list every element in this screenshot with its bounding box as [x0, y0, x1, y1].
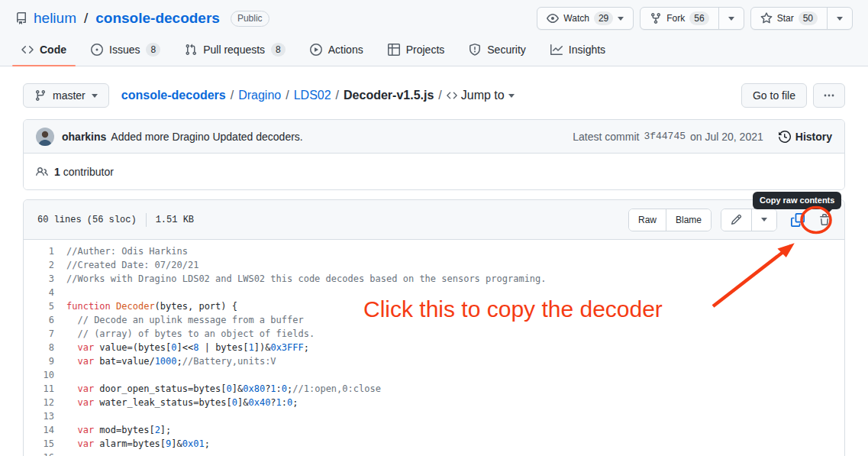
history-label: History	[795, 131, 832, 143]
more-options-button[interactable]	[813, 83, 845, 108]
line-number[interactable]: 8	[24, 341, 66, 354]
line-number[interactable]: 7	[24, 327, 66, 341]
fork-button[interactable]: Fork 56	[641, 8, 718, 29]
file-nav-actions: Go to file	[741, 83, 845, 108]
line-number[interactable]: 11	[24, 382, 66, 396]
star-button[interactable]: Star 50	[751, 8, 827, 29]
chevron-down-icon	[508, 94, 515, 98]
line-number[interactable]: 4	[24, 286, 66, 299]
line-number[interactable]: 14	[24, 423, 66, 437]
code-text: var water_leak_status=bytes[0]&0x40?1:0;	[66, 396, 298, 409]
code-text: var mod=bytes[2];	[66, 423, 171, 437]
code-text: var alarm=bytes[9]&0x01;	[66, 437, 210, 451]
line-number[interactable]: 1	[24, 244, 66, 258]
pull-requests-count: 8	[271, 43, 286, 57]
history-button[interactable]: History	[779, 131, 832, 143]
repo-owner-link[interactable]: helium	[34, 10, 76, 27]
repo-title-slash: /	[84, 10, 88, 27]
watch-button[interactable]: Watch 29	[537, 8, 633, 29]
code-line: 16	[24, 451, 844, 456]
tab-issues[interactable]: Issues 8	[79, 35, 173, 66]
tab-issues-label: Issues	[109, 44, 140, 56]
code-icon	[21, 44, 34, 56]
code-line: 12 var water_leak_status=bytes[0]&0x40?1…	[24, 396, 844, 409]
edit-dropdown-button[interactable]	[751, 209, 776, 231]
tab-actions[interactable]: Actions	[298, 35, 376, 66]
star-icon	[760, 12, 773, 24]
breadcrumb-repo-link[interactable]: console-decoders	[121, 89, 226, 102]
tab-security-label: Security	[487, 44, 526, 56]
code-line: 9 var bat=value/1000;//Battery,units:V	[24, 354, 844, 368]
delete-file-button[interactable]	[818, 214, 831, 226]
line-number[interactable]: 3	[24, 272, 66, 286]
tab-code[interactable]: Code	[9, 35, 79, 66]
tab-security[interactable]: Security	[457, 35, 538, 66]
git-pull-request-icon	[185, 44, 197, 56]
commit-sha-link[interactable]: 3f44745	[644, 131, 686, 142]
people-icon	[36, 166, 48, 178]
jump-to-button[interactable]: Jump to	[447, 89, 515, 102]
breadcrumb-current-file: Decoder-v1.5.js	[344, 89, 434, 102]
line-number[interactable]: 9	[24, 354, 66, 368]
repo-title: helium / console-decoders Public	[15, 10, 269, 27]
eye-icon	[547, 12, 559, 24]
code-line: 1//Auther: Odis Harkins	[24, 244, 844, 258]
file-header: 60 lines (56 sloc) 1.51 KB Raw Blame	[24, 200, 844, 240]
fork-icon	[650, 12, 662, 24]
code-line: 14 var mod=bytes[2];	[24, 423, 844, 437]
code-text: var bat=value/1000;//Battery,units:V	[66, 354, 276, 368]
line-number[interactable]: 15	[24, 437, 66, 451]
commit-message-link[interactable]: Added more Dragino Updated decoders.	[111, 131, 302, 143]
contributors-text: 1 contributor	[54, 166, 114, 178]
chevron-down-icon	[761, 218, 767, 222]
line-number[interactable]: 5	[24, 299, 66, 313]
commit-author-link[interactable]: oharkins	[62, 131, 106, 143]
chevron-down-icon	[728, 17, 734, 21]
git-branch-icon	[34, 89, 47, 102]
go-to-file-button[interactable]: Go to file	[741, 83, 807, 108]
star-count: 50	[799, 11, 818, 25]
issues-count: 8	[146, 43, 160, 57]
line-number[interactable]: 16	[24, 451, 66, 456]
star-button-group: Star 50	[750, 7, 853, 30]
commit-row: oharkins Added more Dragino Updated deco…	[24, 120, 844, 154]
shield-icon	[469, 44, 481, 56]
raw-blame-group: Raw Blame	[628, 209, 712, 231]
chevron-down-icon	[92, 94, 98, 98]
line-number[interactable]: 6	[24, 313, 66, 327]
file-actions: Raw Blame	[628, 209, 835, 231]
repo-icon	[15, 12, 27, 24]
branch-selector-button[interactable]: master	[23, 83, 109, 108]
line-number[interactable]: 13	[24, 409, 66, 423]
repo-header: helium / console-decoders Public Watch 2…	[0, 0, 868, 66]
code-line: 7 // (array) of bytes to an object of fi…	[24, 327, 844, 341]
tab-pull-requests[interactable]: Pull requests 8	[173, 35, 298, 66]
watch-button-group: Watch 29	[537, 7, 634, 30]
line-number[interactable]: 2	[24, 258, 66, 272]
contributors-count: 1	[54, 166, 60, 178]
copy-raw-contents-button[interactable]	[791, 213, 805, 227]
code-line: 3//Works with Dragino LDS02 and LWS02 th…	[24, 272, 844, 286]
contributors-row[interactable]: 1 contributor	[24, 154, 844, 189]
raw-button[interactable]: Raw	[629, 209, 666, 231]
repo-name-link[interactable]: console-decoders	[95, 10, 220, 27]
tab-projects[interactable]: Projects	[376, 35, 457, 66]
avatar[interactable]	[36, 128, 54, 146]
tab-actions-label: Actions	[328, 44, 363, 56]
code-line: 15 var alarm=bytes[9]&0x01;	[24, 437, 844, 451]
line-number[interactable]: 10	[24, 368, 66, 382]
star-dropdown-button[interactable]	[827, 8, 852, 29]
line-number[interactable]: 12	[24, 396, 66, 409]
branch-name: master	[53, 89, 86, 102]
breadcrumb-folder-link[interactable]: LDS02	[294, 89, 331, 102]
visibility-badge: Public	[231, 11, 269, 27]
fork-dropdown-button[interactable]	[718, 8, 744, 29]
kebab-horizontal-icon	[823, 89, 835, 102]
tab-insights[interactable]: Insights	[538, 35, 618, 66]
code-line: 11 var door_open_status=bytes[0]&0x80?1:…	[24, 382, 844, 396]
github-file-page: helium / console-decoders Public Watch 2…	[0, 0, 868, 456]
fork-count: 56	[689, 11, 708, 25]
edit-file-button[interactable]	[721, 209, 751, 231]
breadcrumb-folder-link[interactable]: Dragino	[238, 89, 281, 102]
blame-button[interactable]: Blame	[666, 209, 711, 231]
